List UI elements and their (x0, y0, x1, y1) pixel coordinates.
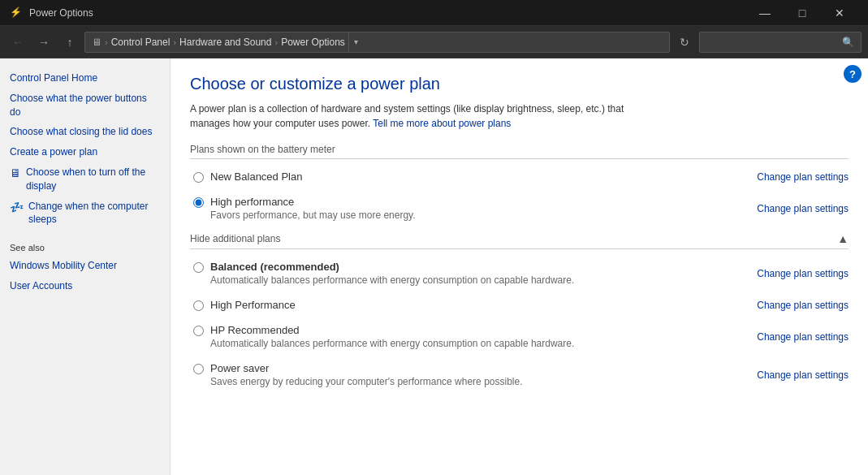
change-plan-link-new-balanced[interactable]: Change plan settings (757, 171, 849, 183)
help-button[interactable]: ? (844, 65, 862, 83)
breadcrumb-dropdown-btn[interactable]: ▾ (348, 32, 363, 53)
sidebar-item-lid[interactable]: Choose what closing the lid does (0, 122, 170, 142)
change-plan-link-high-performance-2[interactable]: Change plan settings (757, 300, 849, 311)
plan-new-balanced: New Balanced Plan Change plan settings (190, 169, 849, 184)
breadcrumb-power-options[interactable]: Power Options (281, 37, 345, 48)
plan-radio-new-balanced[interactable] (193, 172, 204, 183)
main-layout: Control Panel Home Choose what the power… (0, 58, 868, 475)
window-controls: — □ ✕ (746, 0, 858, 26)
plan-item-hp-recommended: HP Recommended Automatically balances pe… (193, 322, 849, 351)
change-plan-link-power-saver[interactable]: Change plan settings (757, 369, 849, 381)
plan-balanced: Balanced (recommended) Automatically bal… (190, 259, 849, 287)
plan-power-saver: Power saver Saves energy by reducing you… (190, 361, 849, 389)
tell-me-more-link[interactable]: Tell me more about power plans (373, 118, 511, 129)
plan-radio-high-performance-2[interactable] (193, 300, 204, 311)
plan-name-high-performance: High performance (210, 196, 416, 208)
sidebar-item-mobility-center[interactable]: Windows Mobility Center (0, 256, 170, 276)
plan-item-left-balanced: Balanced (recommended) Automatically bal… (193, 261, 574, 286)
see-also-label: See also (0, 230, 170, 256)
plan-item-left-hp-recommended: HP Recommended Automatically balances pe… (193, 324, 574, 349)
page-title: Choose or customize a power plan (190, 75, 849, 93)
plan-item-high-performance-2: High Performance Change plan settings (193, 297, 849, 313)
plan-name-hp-recommended: HP Recommended (210, 324, 574, 336)
refresh-button[interactable]: ↻ (673, 31, 696, 54)
plan-label-group-hp-recommended: HP Recommended Automatically balances pe… (210, 324, 574, 349)
plan-name-high-performance-2: High Performance (210, 299, 296, 311)
plan-high-performance: High performance Favors performance, but… (190, 194, 849, 222)
plan-item-high-performance: High performance Favors performance, but… (193, 194, 849, 222)
maximize-button[interactable]: □ (784, 0, 821, 26)
plan-label-group-balanced: Balanced (recommended) Automatically bal… (210, 261, 574, 286)
battery-meter-section-header: Plans shown on the battery meter (190, 144, 849, 159)
plan-item-power-saver: Power saver Saves energy by reducing you… (193, 361, 849, 389)
monitor-icon: 🖥 (10, 166, 21, 182)
plan-label-group-high-performance: High performance Favors performance, but… (210, 196, 416, 221)
plan-hp-recommended: HP Recommended Automatically balances pe… (190, 322, 849, 351)
breadcrumb-bar: 🖥 › Control Panel › Hardware and Sound ›… (84, 32, 670, 53)
plan-item-new-balanced: New Balanced Plan Change plan settings (193, 169, 849, 184)
plan-high-performance-2: High Performance Change plan settings (190, 297, 849, 313)
sidebar-item-turn-off-display[interactable]: 🖥 Choose when to turn off the display (0, 162, 170, 196)
forward-button[interactable]: → (32, 31, 55, 54)
close-button[interactable]: ✕ (821, 0, 858, 26)
plan-desc-power-saver: Saves energy by reducing your computer's… (210, 376, 523, 387)
change-plan-link-balanced[interactable]: Change plan settings (757, 268, 849, 279)
sidebar: Control Panel Home Choose what the power… (0, 58, 171, 475)
plan-label-group-high-performance-2: High Performance (210, 299, 296, 311)
plan-radio-power-saver[interactable] (193, 364, 204, 374)
plan-item-left-high-performance-2: High Performance (193, 299, 296, 311)
plan-name-new-balanced: New Balanced Plan (210, 171, 302, 183)
sep3: › (274, 37, 278, 47)
page-description: A power plan is a collection of hardware… (190, 101, 661, 131)
plan-item-left-high-performance: High performance Favors performance, but… (193, 196, 416, 221)
plan-desc-hp-recommended: Automatically balances performance with … (210, 338, 574, 349)
sep2: › (173, 37, 176, 47)
sep1: › (105, 37, 108, 47)
plan-desc-high-performance: Favors performance, but may use more ene… (210, 209, 416, 221)
plan-radio-hp-recommended[interactable] (193, 326, 204, 336)
plan-desc-balanced: Automatically balances performance with … (210, 274, 574, 286)
address-bar: ← → ↑ 🖥 › Control Panel › Hardware and S… (0, 26, 868, 58)
collapse-additional-plans-btn[interactable]: ▲ (837, 232, 849, 245)
change-plan-link-hp-recommended[interactable]: Change plan settings (757, 331, 849, 343)
search-box[interactable]: 🔍 (699, 32, 862, 53)
sleep-icon: 💤 (10, 200, 24, 216)
plan-name-power-saver: Power saver (210, 362, 523, 374)
sidebar-item-user-accounts[interactable]: User Accounts (0, 276, 170, 296)
app-icon: ⚡ (10, 6, 23, 19)
sidebar-item-control-panel-home[interactable]: Control Panel Home (0, 68, 170, 89)
search-icon: 🔍 (842, 37, 854, 48)
plan-label-group-power-saver: Power saver Saves energy by reducing you… (210, 362, 523, 387)
breadcrumb-control-panel[interactable]: Control Panel (111, 37, 171, 48)
additional-plans-section-header: Hide additional plans ▲ (190, 232, 849, 249)
plan-name-balanced: Balanced (recommended) (210, 261, 574, 273)
sidebar-item-create-plan[interactable]: Create a power plan (0, 142, 170, 162)
breadcrumb-icon: 🖥 (92, 37, 101, 48)
back-button[interactable]: ← (6, 31, 29, 54)
content-area: ? Choose or customize a power plan A pow… (171, 58, 868, 475)
breadcrumb-hardware-sound[interactable]: Hardware and Sound (179, 37, 271, 48)
window-title: Power Options (29, 7, 740, 19)
plan-label-group-new-balanced: New Balanced Plan (210, 171, 302, 183)
plan-item-balanced: Balanced (recommended) Automatically bal… (193, 259, 849, 287)
up-button[interactable]: ↑ (58, 31, 81, 54)
sidebar-item-power-buttons[interactable]: Choose what the power buttons do (0, 89, 170, 123)
change-plan-link-high-performance[interactable]: Change plan settings (757, 203, 849, 214)
plan-radio-balanced[interactable] (193, 262, 204, 273)
plan-item-left-new-balanced: New Balanced Plan (193, 171, 302, 183)
sidebar-item-computer-sleeps[interactable]: 💤 Change when the computer sleeps (0, 196, 170, 231)
title-bar: ⚡ Power Options — □ ✕ (0, 0, 868, 26)
plan-radio-high-performance[interactable] (193, 197, 204, 208)
minimize-button[interactable]: — (746, 0, 784, 26)
plan-item-left-power-saver: Power saver Saves energy by reducing you… (193, 362, 523, 387)
